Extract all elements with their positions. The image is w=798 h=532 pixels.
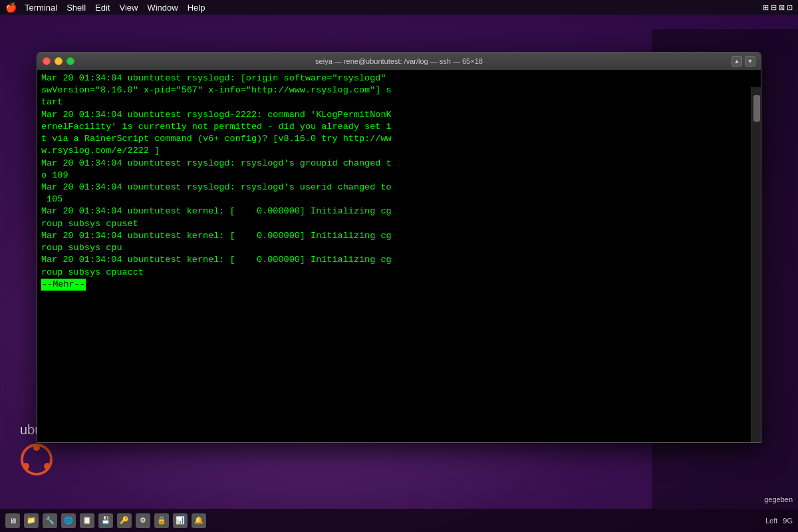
maximize-button[interactable] (66, 57, 74, 65)
bottom-icon-8[interactable]: ⚙ (136, 513, 150, 528)
bottom-icon-4[interactable]: 🌐 (61, 513, 76, 528)
terminal-line: tart (41, 96, 392, 108)
ubuntu-swirl-icon (20, 443, 53, 476)
terminal-line: Mar 20 01:34:04 ubuntutest kernel: [ 0.0… (41, 205, 392, 217)
terminal-line: 105 (41, 194, 392, 205)
scrollbar-thumb[interactable] (753, 95, 760, 122)
terminal-scrollbar[interactable] (751, 87, 761, 442)
terminal-title: seiya — rene@ubuntutest: /var/log — ssh … (315, 57, 483, 65)
bottom-icon-3[interactable]: 🔧 (43, 513, 57, 528)
terminal-cursor: --Mehr-- (41, 279, 86, 291)
bottom-icon-11[interactable]: 🔔 (192, 513, 206, 528)
terminal-line: t via a RainerScript command (v6+ config… (41, 133, 392, 145)
svg-point-1 (33, 444, 40, 451)
menubar-items: Terminal Shell Edit View Window Help (25, 3, 205, 13)
bottom-icon-9[interactable]: 🔒 (154, 513, 169, 528)
terminal-line: Mar 20 01:34:04 ubuntutest rsyslogd: [or… (41, 72, 392, 84)
menubar-window[interactable]: Window (147, 3, 178, 13)
minimize-button[interactable] (55, 57, 63, 65)
menubar: 🍎 Terminal Shell Edit View Window Help ⊞… (0, 0, 798, 15)
close-button[interactable] (43, 57, 51, 65)
terminal-line: ernelFacility' is currently not permitte… (41, 121, 392, 133)
terminal-line: Mar 20 01:34:04 ubuntutest rsyslogd: rsy… (41, 158, 392, 170)
menubar-help[interactable]: Help (188, 3, 205, 13)
menubar-terminal[interactable]: Terminal (25, 3, 57, 13)
bottom-icon-1[interactable]: 🖥 (5, 513, 20, 528)
menubar-icons: ⊞ ⊟ ⊠ ⊡ (763, 3, 793, 12)
left-label: Left (765, 517, 777, 525)
terminal-line: w.rsyslog.com/e/2222 ] (41, 145, 392, 157)
menubar-right: ⊞ ⊟ ⊠ ⊡ (763, 0, 793, 15)
terminal-line: roup subsys cpuset (41, 218, 392, 230)
bottom-icon-2[interactable]: 📁 (24, 513, 39, 528)
scroll-down-btn[interactable]: ▼ (745, 56, 755, 66)
terminal-window: seiya — rene@ubuntutest: /var/log — ssh … (37, 52, 761, 443)
menubar-shell[interactable]: Shell (66, 3, 86, 13)
scrollbar-track (753, 88, 760, 443)
scroll-up-btn[interactable]: ▲ (732, 56, 742, 66)
terminal-right-controls: ▲ ▼ (732, 56, 755, 66)
terminal-line: Mar 20 01:34:04 ubuntutest rsyslogd: rsy… (41, 182, 392, 194)
terminal-line: Mar 20 01:34:04 ubuntutest rsyslogd-2222… (41, 109, 392, 121)
terminal-line: Mar 20 01:34:04 ubuntutest kernel: [ 0.0… (41, 254, 392, 266)
svg-point-3 (44, 463, 51, 469)
bottom-icon-10[interactable]: 📊 (173, 513, 188, 528)
traffic-lights (43, 57, 74, 65)
right-panel-text: gegeben (761, 493, 795, 506)
menubar-view[interactable]: View (119, 3, 138, 13)
terminal-line: Mar 20 01:34:04 ubuntutest kernel: [ 0.0… (41, 230, 392, 242)
bottom-icon-5[interactable]: 📋 (80, 513, 94, 528)
left-value: 9G (783, 517, 793, 525)
apple-menu[interactable]: 🍎 (5, 2, 17, 13)
svg-point-2 (23, 463, 29, 469)
bottom-icon-7[interactable]: 🔑 (117, 513, 132, 528)
terminal-titlebar: seiya — rene@ubuntutest: /var/log — ssh … (37, 53, 761, 70)
terminal-prompt-line: --Mehr-- (41, 279, 392, 291)
bottom-right: Left 9G (765, 517, 793, 525)
terminal-content[interactable]: Mar 20 01:34:04 ubuntutest rsyslogd: [or… (37, 70, 396, 442)
bottom-bar: 🖥 📁 🔧 🌐 📋 💾 🔑 ⚙ 🔒 📊 🔔 Left 9G (0, 509, 798, 532)
terminal-line: roup subsys cpu (41, 242, 392, 254)
terminal-line: o 109 (41, 170, 392, 182)
terminal-line: swVersion="8.16.0" x-pid="567" x-info="h… (41, 84, 392, 96)
menubar-edit[interactable]: Edit (95, 3, 110, 13)
terminal-line: roup subsys cpuacct (41, 267, 392, 279)
bottom-icon-6[interactable]: 💾 (98, 513, 113, 528)
app-window: UbuntuTest Running De 🔊 00:02 ⚙ ubuntu® … (0, 15, 798, 532)
